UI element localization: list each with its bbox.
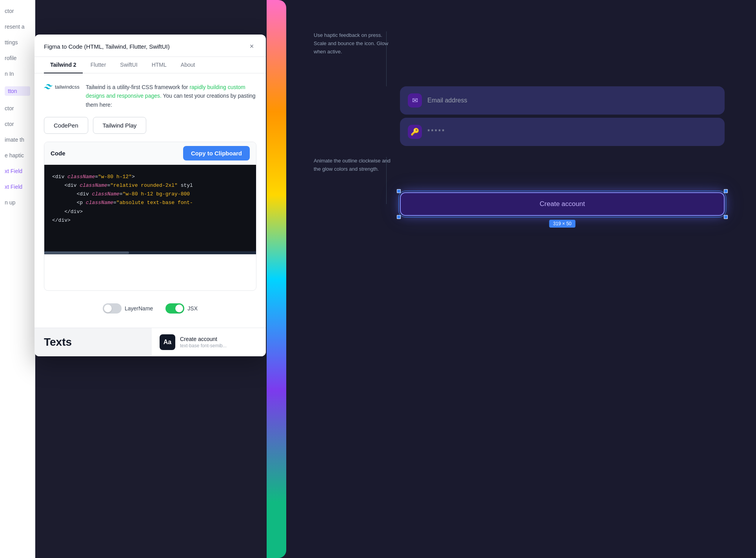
font-preview: Aa Create account text-base font-semib..… (152, 328, 266, 356)
handle-bl (397, 215, 401, 219)
scrollbar-thumb[interactable] (44, 252, 129, 254)
code-line-1: <div className="w-80 h-12"> (52, 173, 248, 181)
layer-name-toggle[interactable] (103, 303, 122, 314)
copy-to-clipboard-button[interactable]: Copy to Clipboard (183, 146, 250, 160)
modal-title: Figma to Code (HTML, Tailwind, Flutter, … (44, 43, 170, 50)
tailwind-logo-text: tailwindcss (55, 84, 80, 90)
toggles-section: LayerName JSX (44, 299, 256, 318)
email-icon: ✉ (408, 93, 422, 108)
layer-name-toggle-group: LayerName (103, 303, 153, 314)
annotation-line-top (386, 31, 387, 86)
code-line-4: <p className="absolute text-base font- (52, 199, 248, 207)
sidebar-item-haptic[interactable]: e haptic (5, 152, 30, 159)
annotation-line-mid (386, 157, 387, 204)
sidebar-item-button[interactable]: tton (5, 86, 30, 96)
tab-about[interactable]: About (174, 57, 202, 73)
bottom-section: Texts Aa Create account text-base font-s… (35, 328, 266, 356)
annotation-top: Use haptic feedback on press. Scale and … (314, 31, 392, 56)
sidebar-item-textfield1[interactable]: xt Field (5, 168, 30, 174)
code-section: Code Copy to Clipboard <div className="w… (44, 142, 256, 291)
sidebar-item-vector2[interactable]: ctor (5, 105, 30, 111)
sidebar-item-animate[interactable]: imate th (5, 137, 30, 143)
handle-br (724, 215, 728, 219)
scrollbar-track[interactable] (44, 251, 256, 254)
tailwind-play-button[interactable]: Tailwind Play (93, 117, 147, 134)
font-name: Create account (180, 336, 227, 342)
description-section: tailwindcss Tailwind is a utility-first … (44, 83, 256, 109)
sidebar-item-vector3[interactable]: ctor (5, 121, 30, 127)
modal-panel: Figma to Code (HTML, Tailwind, Flutter, … (35, 35, 266, 356)
close-button[interactable]: × (247, 42, 256, 51)
sidebar-item-settings[interactable]: ttings (5, 39, 30, 46)
tab-flutter[interactable]: Flutter (84, 57, 113, 73)
code-line-3: <div className="w-80 h-12 bg-gray-800 (52, 190, 248, 199)
tailwind-logo: tailwindcss (44, 84, 80, 90)
jsx-toggle[interactable] (165, 303, 184, 314)
code-line-2: <div className="relative rounded-2xl" st… (52, 181, 248, 190)
code-line-5: </div> (52, 208, 248, 216)
font-aa-icon: Aa (160, 334, 175, 350)
tab-tailwind2[interactable]: Tailwind 2 (44, 57, 83, 73)
create-account-container: Create account 319 × 50 (400, 192, 725, 216)
action-buttons: CodePen Tailwind Play (44, 117, 256, 134)
sidebar-item-profile[interactable]: rofile (5, 55, 30, 61)
email-placeholder: Email address (427, 97, 467, 104)
tailwind-icon (44, 84, 53, 90)
size-badge: 319 × 50 (549, 220, 575, 228)
sidebar-item-signup[interactable]: n up (5, 199, 30, 206)
handle-tr (724, 189, 728, 193)
jsx-label: JSX (187, 305, 198, 312)
description-text: Tailwind is a utility-first CSS framewor… (86, 83, 256, 109)
password-input-preview: 🔑 ***** (400, 118, 725, 146)
codepen-button[interactable]: CodePen (44, 117, 88, 134)
sidebar-item-vector1[interactable]: ctor (5, 8, 30, 14)
modal-header: Figma to Code (HTML, Tailwind, Flutter, … (35, 35, 266, 57)
email-input-preview: ✉ Email address (400, 86, 725, 115)
sidebar-item-textfield2[interactable]: xt Field (5, 184, 30, 190)
annotation-mid: Animate the outline clockwise and the gl… (314, 157, 392, 173)
texts-panel: Texts (35, 328, 152, 356)
password-icon: 🔑 (408, 125, 422, 139)
code-block: <div className="w-80 h-12"> <div classNa… (44, 165, 256, 251)
create-account-button-preview[interactable]: Create account (400, 192, 725, 216)
sidebar: ctor resent a ttings rofile n In tton ct… (0, 0, 35, 558)
texts-title: Texts (44, 336, 72, 348)
tab-swiftui[interactable]: SwiftUI (114, 57, 144, 73)
handle-tl (397, 189, 401, 193)
layer-name-label: LayerName (125, 305, 153, 312)
jsx-toggle-group: JSX (165, 303, 198, 314)
font-sub: text-base font-semib... (180, 343, 227, 348)
tab-html[interactable]: HTML (145, 57, 173, 73)
design-panel: Use haptic feedback on press. Scale and … (267, 0, 756, 558)
code-line-6: </div> (52, 216, 248, 225)
sidebar-item-present[interactable]: resent a (5, 24, 30, 30)
gradient-strip (267, 0, 286, 558)
sidebar-item-signin[interactable]: n In (5, 71, 30, 77)
modal-content: tailwindcss Tailwind is a utility-first … (35, 73, 266, 328)
code-label: Code (51, 150, 65, 157)
tabs-bar: Tailwind 2 Flutter SwiftUI HTML About (35, 57, 266, 73)
font-detail: Create account text-base font-semib... (180, 336, 227, 348)
password-value: ***** (427, 128, 445, 135)
code-toolbar: Code Copy to Clipboard (44, 142, 256, 165)
